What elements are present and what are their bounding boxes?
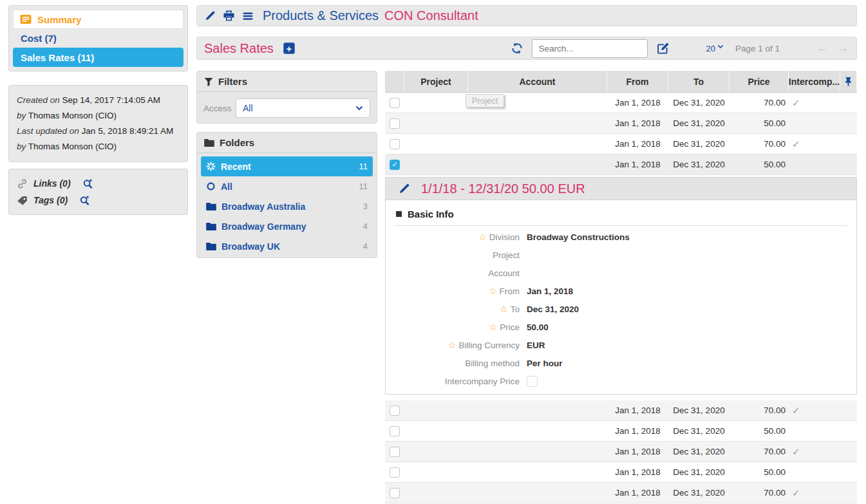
column-header-from[interactable]: From: [607, 71, 668, 92]
cell-pin-spacer: [840, 113, 857, 133]
breadcrumb-parent-link[interactable]: Products & Services: [263, 8, 379, 23]
field-project: Project: [395, 246, 847, 264]
filter-funnel-icon: [204, 77, 213, 86]
row-checkbox[interactable]: [390, 467, 400, 478]
page-size-dropdown[interactable]: 20: [706, 44, 723, 53]
folder-label: Broadway Germany: [221, 221, 306, 232]
field-value: Jan 1, 2018: [527, 286, 573, 296]
row-checkbox[interactable]: ✓: [390, 160, 400, 170]
cell-intercompany-check: [789, 462, 840, 482]
cell-to: Dec 31, 2020: [668, 134, 730, 154]
cell-intercompany-check: [789, 421, 840, 441]
cell-intercompany-check: [789, 113, 840, 133]
cell-project: [404, 483, 468, 503]
row-checkbox[interactable]: [390, 426, 400, 436]
column-header-to[interactable]: To: [668, 71, 730, 92]
table-row[interactable]: Jan 1, 2018Dec 31, 202070.00✓: [385, 93, 857, 113]
created-on-line: Created on Sep 14, 2017 7:14:05 AM: [17, 93, 180, 108]
created-by-line: by Thomas Monson (CIO): [17, 108, 180, 124]
column-header-price[interactable]: Price: [730, 71, 789, 92]
bulk-edit-icon[interactable]: [656, 42, 670, 55]
cell-price: 50.00: [730, 113, 789, 133]
table-row[interactable]: Jan 1, 2018Dec 31, 202070.00✓: [385, 483, 857, 503]
refresh-icon[interactable]: [511, 42, 523, 55]
cell-to: Dec 31, 2020: [668, 93, 730, 113]
table-row[interactable]: ✓Jan 1, 2018Dec 31, 202050.00: [385, 154, 857, 175]
field-billing-currency: ☆Billing CurrencyEUR: [395, 336, 847, 354]
pin-columns-icon[interactable]: [840, 71, 857, 92]
field-intercompany-price: Intercompany Price: [395, 372, 847, 390]
folder-item-broadway-uk[interactable]: Broadway UK4: [201, 236, 373, 256]
row-checkbox[interactable]: [390, 406, 400, 416]
folder-count: 11: [359, 182, 368, 191]
intercompany-price-checkbox[interactable]: [527, 376, 538, 387]
edit-rate-pencil-icon[interactable]: [399, 183, 410, 194]
field-division: ☆DivisionBroadway Constructions: [395, 228, 847, 246]
list-toolbar: Sales Rates + 20 Page 1 of 1 ← →: [196, 37, 857, 60]
table-row[interactable]: Jan 1, 2018Dec 31, 202070.00✓: [385, 442, 857, 462]
table-row[interactable]: Jan 1, 2018Dec 31, 202070.00✓: [385, 400, 857, 421]
folder-item-broadway-germany[interactable]: Broadway Germany4: [201, 216, 373, 236]
next-page-arrow[interactable]: →: [838, 42, 849, 55]
row-checkbox[interactable]: [390, 98, 400, 108]
cell-project: [404, 134, 468, 154]
row-checkbox[interactable]: [390, 139, 400, 149]
cell-project: [404, 421, 468, 441]
field-price: ☆Price50.00: [395, 318, 847, 336]
links-tags-box: Links (0) Tags (0): [8, 169, 188, 215]
table-header-row: Project Account From To Price Intercomp.…: [385, 71, 857, 93]
cell-account: [468, 400, 607, 420]
circle-icon: [206, 182, 216, 191]
folder-count: 3: [363, 201, 368, 211]
table-row[interactable]: Jan 1, 2018Dec 31, 202050.00: [385, 462, 857, 483]
folder-label: Recent: [221, 162, 251, 172]
record-nav-box: Summary Cost (7) Sales Rates (11): [8, 5, 188, 71]
prev-page-arrow[interactable]: ←: [817, 42, 828, 55]
cell-project: [404, 154, 468, 174]
row-checkbox[interactable]: [390, 118, 400, 129]
cell-from: Jan 1, 2018: [607, 462, 668, 482]
add-rate-button[interactable]: +: [283, 42, 295, 54]
tags-row: Tags (0): [17, 192, 180, 209]
sidebar-item-cost[interactable]: Cost (7): [13, 29, 184, 48]
column-header-project[interactable]: Project: [404, 71, 468, 92]
menu-icon[interactable]: [242, 10, 254, 22]
sidebar-item-sales-rates[interactable]: Sales Rates (11): [13, 48, 184, 67]
folder-label: All: [221, 182, 232, 192]
edit-pencil-icon[interactable]: [205, 10, 216, 21]
row-checkbox[interactable]: [390, 447, 400, 457]
select-all-column-header: [385, 71, 404, 92]
links-row: Links (0): [17, 175, 180, 192]
summary-label: Summary: [37, 14, 81, 25]
row-checkbox[interactable]: [390, 488, 400, 498]
cell-intercompany-check: ✓: [789, 93, 840, 113]
field-value: EUR: [527, 341, 545, 350]
column-header-account[interactable]: Account: [468, 71, 607, 92]
table-row[interactable]: Jan 1, 2018Dec 31, 202050.00: [385, 421, 857, 442]
folder-item-all[interactable]: All11: [201, 176, 373, 196]
folder-item-recent[interactable]: Recent11: [201, 156, 373, 176]
cell-pin-spacer: [840, 442, 857, 462]
cell-account: [468, 421, 607, 441]
search-input[interactable]: [532, 39, 648, 58]
cell-to: Dec 31, 2020: [668, 154, 730, 174]
cell-price: 70.00: [730, 400, 789, 420]
cell-account: [468, 154, 607, 174]
sidebar-item-summary[interactable]: Summary: [13, 10, 184, 29]
access-select[interactable]: All: [236, 98, 370, 118]
cell-to: Dec 31, 2020: [668, 483, 730, 503]
column-header-intercompany[interactable]: Intercomp...: [789, 71, 840, 92]
folder-count: 11: [359, 162, 368, 171]
folder-item-broadway-australia[interactable]: Broadway Australia3: [201, 196, 373, 216]
tags-lookup-icon[interactable]: [79, 195, 90, 206]
cell-from: Jan 1, 2018: [607, 154, 668, 174]
print-icon[interactable]: [223, 10, 235, 22]
links-lookup-icon[interactable]: [82, 178, 93, 189]
table-row[interactable]: Jan 1, 2018Dec 31, 202050.00: [385, 113, 857, 134]
page-header-bar: Products & Services CON Consultant: [196, 5, 857, 26]
required-star-icon: ☆: [489, 286, 497, 295]
cell-price: 70.00: [730, 134, 789, 154]
folders-header: Folders: [197, 133, 377, 153]
field-label: Account: [395, 268, 520, 278]
table-row[interactable]: Jan 1, 2018Dec 31, 202070.00✓: [385, 134, 857, 154]
